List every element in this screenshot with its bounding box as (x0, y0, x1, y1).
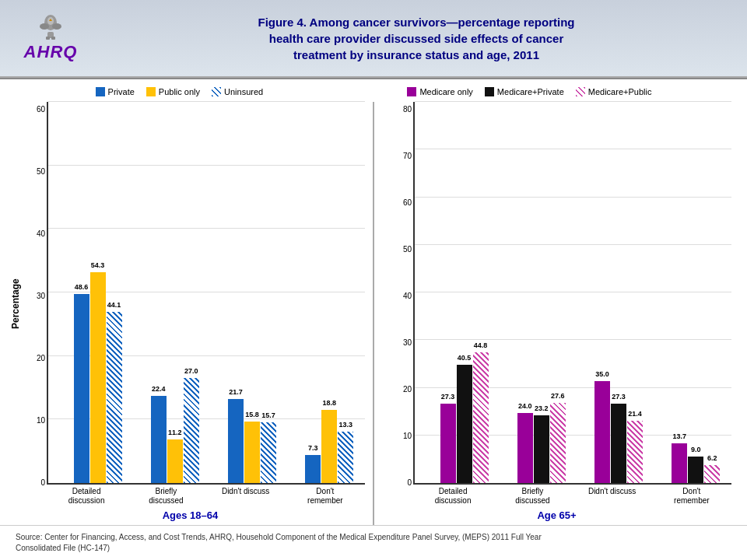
right-bar-2-2: 23.2 (534, 415, 549, 483)
uninsured-legend-box (212, 87, 221, 96)
right-bar-4-1: 13.7 (672, 443, 687, 483)
right-val-2-1: 24.0 (518, 402, 532, 410)
public-only-label: Public only (159, 87, 200, 96)
right-group-4: 13.7 9.0 6.2 (658, 443, 720, 483)
left-val-1-2: 54.3 (91, 261, 105, 269)
ahrq-logo: AHRQ (24, 42, 78, 62)
right-xlabel-3: Didn't discuss (581, 487, 644, 506)
y-tick-30: 30 (25, 292, 48, 300)
page: AHRQ Figure 4. Among cancer survivors—pe… (0, 0, 747, 560)
right-label-row: Detaileddiscussion Brieflydiscussed Didn… (413, 485, 731, 506)
y-tick-r80: 80 (391, 106, 415, 114)
left-group-3-inner: 21.7 15.8 15.7 (228, 399, 276, 484)
left-val-4-2: 18.8 (323, 399, 337, 407)
right-val-3-3: 21.4 (628, 410, 642, 418)
left-val-2-3: 27.0 (184, 367, 198, 375)
left-val-3-1: 21.7 (229, 388, 243, 396)
right-group-2: 24.0 23.2 27.6 (503, 403, 566, 484)
right-group-2-inner: 24.0 23.2 27.6 (517, 403, 566, 484)
left-bar-1-2: 54.3 (90, 272, 106, 484)
y-tick-10: 10 (25, 417, 48, 425)
chart-left-plot: 0 10 20 30 40 50 60 (47, 102, 365, 485)
right-bar-1-3: 44.8 (473, 352, 489, 483)
left-group-4-inner: 7.3 18.8 13.3 (305, 410, 353, 483)
right-bar-1-1: 27.3 (440, 404, 456, 483)
right-val-1-1: 27.3 (441, 393, 455, 401)
right-bar-3-1: 35.0 (594, 381, 610, 483)
left-bar-3-3: 15.7 (261, 422, 276, 484)
chart-left-area: Percentage 0 10 20 30 40 50 60 (8, 102, 373, 506)
left-xlabel-3: Didn't discuss (215, 487, 277, 506)
y-tick-40: 40 (25, 230, 48, 238)
chart-right-inner: 0 10 20 30 40 50 60 70 80 (390, 102, 739, 506)
right-group-1-inner: 27.3 40.5 44.8 (440, 352, 489, 483)
left-bar-2-2: 11.2 (167, 439, 183, 483)
left-xlabel-2: Brieflydiscussed (135, 487, 197, 506)
left-chart-subtitle: Ages 18–64 (8, 509, 373, 521)
medicare-private-label: Medicare+Private (497, 87, 564, 96)
y-tick-60: 60 (25, 106, 48, 114)
right-bar-1-2: 40.5 (457, 365, 472, 483)
left-group-2-inner: 22.4 11.2 27.0 (151, 378, 199, 483)
right-bar-2-1: 24.0 (517, 413, 533, 483)
y-tick-r0: 0 (391, 479, 415, 487)
medicare-public-legend-box (576, 87, 585, 96)
left-bar-3-1: 21.7 (228, 399, 244, 484)
y-tick-50: 50 (25, 168, 48, 176)
medicare-public-label: Medicare+Public (588, 87, 652, 96)
legend-uninsured: Uninsured (212, 87, 263, 96)
chart-title: Figure 4. Among cancer survivors—percent… (101, 14, 731, 63)
uninsured-label: Uninsured (224, 87, 263, 96)
footer-line2: Consolidated File (HC-147) (16, 543, 731, 554)
right-group-4-inner: 13.7 9.0 6.2 (672, 443, 720, 483)
y-tick-r50: 50 (391, 246, 415, 254)
legend-medicare-public: Medicare+Public (576, 87, 652, 96)
footer-line1: Source: Center for Financing, Access, an… (16, 532, 731, 543)
left-bar-2-3: 27.0 (184, 378, 199, 483)
legend-medicare-private: Medicare+Private (485, 87, 564, 96)
left-val-3-3: 15.7 (261, 411, 275, 419)
medicare-only-label: Medicare only (419, 87, 472, 96)
left-group-3: 21.7 15.8 15.7 (214, 399, 276, 484)
left-group-4: 7.3 18.8 13.3 (291, 410, 353, 483)
left-group-2: 22.4 11.2 27.0 (137, 378, 199, 483)
svg-point-1 (40, 23, 49, 30)
logo-area: AHRQ (16, 15, 86, 62)
private-label: Private (108, 87, 135, 96)
title-area: Figure 4. Among cancer survivors—percent… (101, 14, 731, 63)
right-group-3: 35.0 27.3 21.4 (580, 381, 643, 483)
y-ticks-left: 0 10 20 30 40 50 60 (25, 102, 48, 483)
charts-row: Percentage 0 10 20 30 40 50 60 (8, 102, 739, 525)
svg-rect-6 (46, 37, 50, 40)
left-bar-4-3: 13.3 (338, 432, 353, 484)
chart-left-section: Percentage 0 10 20 30 40 50 60 (8, 102, 373, 525)
left-xlabel-1: Detaileddiscussion (55, 487, 117, 506)
left-val-1-1: 48.6 (75, 283, 89, 291)
legend-right: Medicare only Medicare+Private Medicare+… (407, 87, 651, 96)
right-group-3-inner: 35.0 27.3 21.4 (594, 381, 643, 483)
right-bar-4-2: 9.0 (688, 457, 703, 483)
right-bar-4-3: 6.2 (704, 465, 720, 483)
medicare-private-legend-box (485, 87, 494, 96)
svg-rect-7 (51, 37, 55, 40)
y-tick-r10: 10 (391, 432, 415, 440)
y-ticks-right: 0 10 20 30 40 50 60 70 80 (391, 102, 415, 483)
right-val-3-1: 35.0 (595, 370, 609, 378)
left-val-1-3: 44.1 (107, 301, 121, 309)
svg-point-2 (52, 23, 61, 30)
left-label-row: Detaileddiscussion Brieflydiscussed Didn… (47, 485, 365, 506)
right-bar-2-3: 27.6 (550, 403, 566, 484)
chart-left-inner: 0 10 20 30 40 50 60 (23, 102, 373, 506)
private-legend-box (96, 87, 105, 96)
chart-right-area: 0 10 20 30 40 50 60 70 80 (374, 102, 739, 506)
right-chart-subtitle: Age 65+ (374, 509, 739, 521)
medicare-only-legend-box (407, 87, 416, 96)
right-val-1-2: 40.5 (458, 354, 472, 362)
left-xlabel-4: Don'tremember (294, 487, 356, 506)
right-xlabel-4: Don'tremember (661, 487, 723, 506)
left-group-1: 48.6 54.3 44.1 (60, 272, 122, 484)
y-tick-r40: 40 (391, 292, 415, 300)
left-val-4-3: 13.3 (339, 421, 353, 429)
legend-medicare-only: Medicare only (407, 87, 472, 96)
legend-left: Private Public only Uninsured (96, 87, 264, 96)
